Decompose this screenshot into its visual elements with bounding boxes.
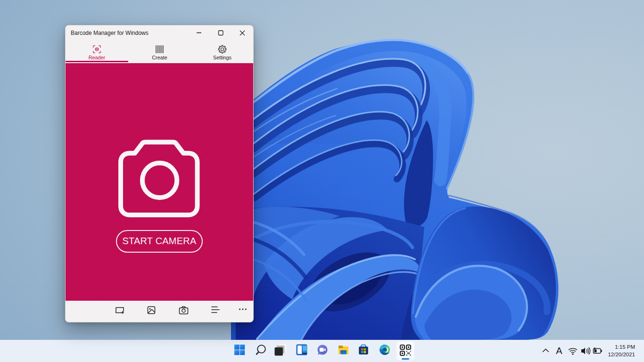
svg-text:A: A <box>556 346 562 356</box>
